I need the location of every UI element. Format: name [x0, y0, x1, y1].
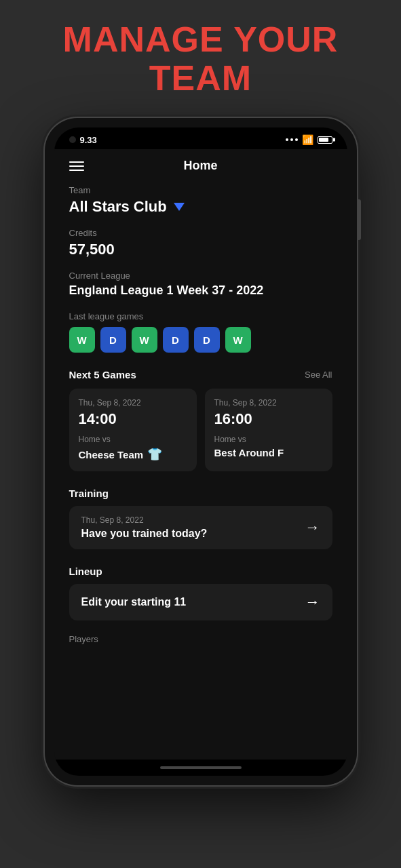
training-section: Training Thu, Sep 8, 2022 Have you train…: [69, 488, 332, 549]
nav-title: Home: [183, 159, 217, 173]
lineup-label: Edit your starting 11: [81, 596, 187, 608]
badge-d: D: [163, 327, 189, 353]
phone-mockup: 9.33 📶 Home Team: [45, 118, 357, 785]
training-arrow-icon: →: [305, 519, 320, 536]
jersey-icon: 👕: [147, 447, 162, 462]
app-content: Home Team All Stars Club Credits 57,500 …: [54, 149, 347, 760]
badge-d: D: [100, 327, 126, 353]
training-date: Thu, Sep 8, 2022: [81, 515, 208, 525]
see-all-button[interactable]: See All: [305, 370, 332, 380]
hamburger-menu-button[interactable]: [69, 161, 84, 171]
games-scroll: Thu, Sep 8, 2022 14:00 Home vs Cheese Te…: [69, 389, 332, 471]
next-games-title: Next 5 Games: [69, 369, 136, 380]
game-opponent: Best Around F: [214, 447, 323, 458]
badge-w: W: [225, 327, 251, 353]
credits-label: Credits: [69, 228, 332, 238]
game-vs: Home vs: [214, 435, 323, 444]
lineup-arrow-icon: →: [305, 593, 320, 611]
game-time: 14:00: [79, 410, 187, 428]
badge-d: D: [194, 327, 220, 353]
top-nav: Home: [69, 149, 332, 185]
lineup-card[interactable]: Edit your starting 11 →: [69, 584, 332, 620]
signal-dots: [286, 138, 298, 141]
game-date: Thu, Sep 8, 2022: [79, 398, 187, 408]
training-title: Training: [69, 488, 332, 499]
game-badges: WDWDDW: [69, 327, 332, 353]
status-time: 9.33: [80, 135, 97, 145]
players-label: Players: [69, 634, 332, 644]
phone-screen: 9.33 📶 Home Team: [54, 127, 347, 776]
training-label: Have you trained today?: [81, 528, 208, 540]
badge-w: W: [132, 327, 157, 353]
credits-section: Credits 57,500: [69, 228, 332, 258]
credits-value: 57,500: [69, 241, 332, 258]
wifi-icon: 📶: [302, 134, 313, 145]
league-name: England League 1 Week 37 - 2022: [69, 283, 332, 298]
battery-icon: [318, 136, 332, 144]
camera-dot: [69, 136, 76, 143]
team-name-row: All Stars Club: [69, 198, 332, 216]
lineup-title: Lineup: [69, 566, 332, 577]
game-card-0[interactable]: Thu, Sep 8, 2022 14:00 Home vs Cheese Te…: [69, 389, 197, 471]
status-bar: 9.33 📶: [54, 127, 347, 149]
league-section: Current League England League 1 Week 37 …: [69, 271, 332, 298]
next-games-section: Next 5 Games See All Thu, Sep 8, 2022 14…: [69, 369, 332, 471]
badge-w: W: [69, 327, 95, 353]
team-name: All Stars Club: [69, 198, 167, 216]
league-label: Current League: [69, 271, 332, 281]
game-opponent: Cheese Team 👕: [79, 447, 187, 462]
game-card-1[interactable]: Thu, Sep 8, 2022 16:00 Home vs Best Arou…: [205, 389, 332, 471]
home-bar: [160, 766, 242, 769]
lineup-section: Lineup Edit your starting 11 →: [69, 566, 332, 620]
filter-icon[interactable]: [174, 203, 185, 211]
next-games-header: Next 5 Games See All: [69, 369, 332, 380]
training-card[interactable]: Thu, Sep 8, 2022 Have you trained today?…: [69, 506, 332, 549]
home-indicator: [54, 760, 347, 776]
game-date: Thu, Sep 8, 2022: [214, 398, 323, 408]
last-games-section: Last league games WDWDDW: [69, 311, 332, 353]
last-games-label: Last league games: [69, 311, 332, 321]
game-time: 16:00: [214, 410, 323, 428]
page-title: MANAGE YOUR TEAM: [63, 20, 339, 98]
game-vs: Home vs: [79, 435, 187, 444]
team-label: Team: [69, 185, 332, 195]
